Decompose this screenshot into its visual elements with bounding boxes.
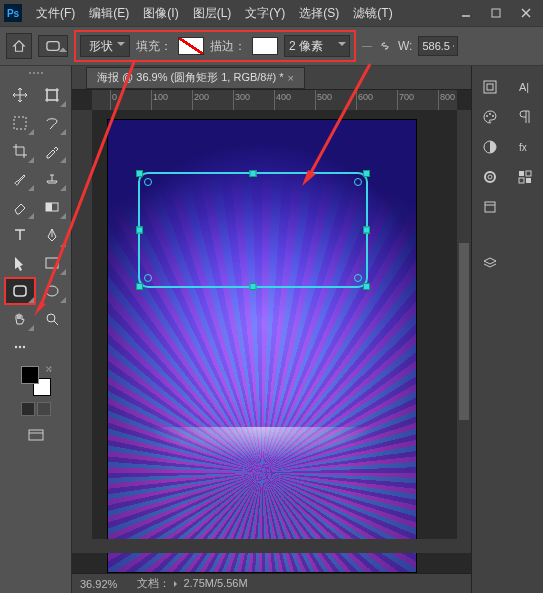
history-panel-icon[interactable]: [479, 76, 501, 98]
tool-preset-picker[interactable]: [38, 35, 68, 57]
vertical-scrollbar[interactable]: [457, 110, 471, 553]
document-tab-bar: 海报 @ 36.9% (圆角矩形 1, RGB/8#) * ×: [72, 66, 471, 90]
adjustments-panel-icon[interactable]: [479, 136, 501, 158]
close-icon[interactable]: ×: [288, 72, 294, 84]
panel-gripper[interactable]: [24, 72, 48, 78]
swatches-panel-icon[interactable]: [514, 166, 536, 188]
window-minimize-button[interactable]: [453, 3, 479, 23]
svg-point-19: [18, 346, 20, 348]
stroke-width-input[interactable]: [285, 36, 335, 56]
screen-mode-button[interactable]: [24, 424, 48, 448]
marquee-tool[interactable]: [5, 110, 35, 136]
pen-tool[interactable]: [37, 222, 67, 248]
svg-rect-13: [46, 258, 58, 268]
svg-point-25: [486, 115, 488, 117]
clone-stamp-tool[interactable]: [37, 166, 67, 192]
rectangle-tool[interactable]: [37, 250, 67, 276]
corner-radius-handle[interactable]: [354, 274, 362, 282]
type-tool[interactable]: [5, 222, 35, 248]
svg-point-30: [488, 175, 492, 179]
ruler-horizontal[interactable]: 0100200300400500600700800: [92, 90, 457, 110]
glyphs-panel-icon[interactable]: fx: [514, 136, 536, 158]
svg-point-18: [14, 346, 16, 348]
svg-point-15: [46, 286, 58, 296]
home-button[interactable]: [6, 33, 32, 59]
fill-swatch[interactable]: [178, 37, 204, 55]
svg-rect-1: [492, 9, 500, 17]
svg-rect-38: [526, 178, 531, 183]
scrollbar-thumb[interactable]: [459, 243, 469, 420]
chevron-down-icon[interactable]: [335, 42, 349, 50]
zoom-level[interactable]: 36.92%: [80, 578, 117, 590]
menu-type[interactable]: 文字(Y): [239, 2, 291, 25]
width-input[interactable]: [418, 36, 458, 56]
foreground-color-swatch[interactable]: [21, 366, 39, 384]
menubar: Ps 文件(F) 编辑(E) 图像(I) 图层(L) 文字(Y) 选择(S) 滤…: [0, 0, 543, 26]
corner-radius-handle[interactable]: [144, 178, 152, 186]
eraser-tool[interactable]: [5, 194, 35, 220]
menu-image[interactable]: 图像(I): [137, 2, 184, 25]
stroke-label: 描边：: [210, 38, 246, 55]
transform-handle[interactable]: [363, 227, 370, 234]
window-maximize-button[interactable]: [483, 3, 509, 23]
right-panels: A| fx: [471, 66, 543, 593]
link-icon[interactable]: [378, 39, 392, 53]
menu-filter[interactable]: 滤镜(T): [347, 2, 398, 25]
transform-handle[interactable]: [136, 283, 143, 290]
lasso-tool[interactable]: [37, 110, 67, 136]
libraries-panel-icon[interactable]: [479, 166, 501, 188]
crop-tool[interactable]: [5, 138, 35, 164]
svg-point-16: [47, 314, 55, 322]
transform-handle[interactable]: [136, 170, 143, 177]
selected-shape[interactable]: [138, 172, 368, 288]
move-tool[interactable]: [5, 82, 35, 108]
svg-rect-31: [485, 202, 495, 212]
artboard-tool[interactable]: [37, 82, 67, 108]
tool-mode-dropdown[interactable]: 形状: [80, 35, 130, 57]
hand-tool[interactable]: [5, 306, 35, 332]
stroke-swatch[interactable]: [252, 37, 278, 55]
stroke-width-field[interactable]: [284, 35, 350, 57]
menu-select[interactable]: 选择(S): [293, 2, 345, 25]
transform-handle[interactable]: [363, 283, 370, 290]
eyedropper-tool[interactable]: [37, 138, 67, 164]
horizontal-scrollbar[interactable]: [92, 539, 457, 553]
layers-panel-icon[interactable]: [479, 252, 501, 274]
edit-toolbar-button[interactable]: [5, 334, 35, 360]
color-panel-icon[interactable]: [479, 106, 501, 128]
tool-mode-label: 形状: [89, 38, 113, 55]
transform-handle[interactable]: [250, 283, 257, 290]
properties-panel-icon[interactable]: [479, 196, 501, 218]
foreground-background-colors[interactable]: ⤭: [21, 366, 51, 396]
rounded-rectangle-tool[interactable]: [5, 278, 35, 304]
paragraph-panel-icon[interactable]: [514, 106, 536, 128]
corner-radius-handle[interactable]: [144, 274, 152, 282]
doc-info-value: 2.75M/5.56M: [183, 577, 247, 589]
corner-radius-handle[interactable]: [354, 178, 362, 186]
svg-text:fx: fx: [519, 142, 527, 153]
swap-colors-icon[interactable]: ⤭: [45, 364, 53, 374]
document-tab[interactable]: 海报 @ 36.9% (圆角矩形 1, RGB/8#) * ×: [86, 67, 305, 89]
doc-info-label[interactable]: 文档：: [137, 577, 180, 589]
transform-handle[interactable]: [136, 227, 143, 234]
ruler-vertical[interactable]: [72, 110, 92, 553]
svg-rect-23: [484, 81, 496, 93]
menu-layer[interactable]: 图层(L): [187, 2, 238, 25]
gradient-tool[interactable]: [37, 194, 67, 220]
zoom-tool[interactable]: [37, 306, 67, 332]
path-selection-tool[interactable]: [5, 250, 35, 276]
transform-handle[interactable]: [250, 170, 257, 177]
canvas[interactable]: [108, 120, 416, 572]
quick-mask-toggle[interactable]: [21, 402, 51, 416]
options-highlight-annotation: 形状 填充： 描边：: [74, 30, 356, 62]
canvas-viewport[interactable]: 0100200300400500600700800: [72, 90, 471, 573]
window-close-button[interactable]: [513, 3, 539, 23]
menu-edit[interactable]: 编辑(E): [83, 2, 135, 25]
svg-rect-10: [14, 117, 26, 129]
character-panel-icon[interactable]: A|: [514, 76, 536, 98]
ellipse-tool[interactable]: [37, 278, 67, 304]
transform-handle[interactable]: [363, 170, 370, 177]
svg-point-20: [22, 346, 24, 348]
brush-tool[interactable]: [5, 166, 35, 192]
menu-file[interactable]: 文件(F): [30, 2, 81, 25]
